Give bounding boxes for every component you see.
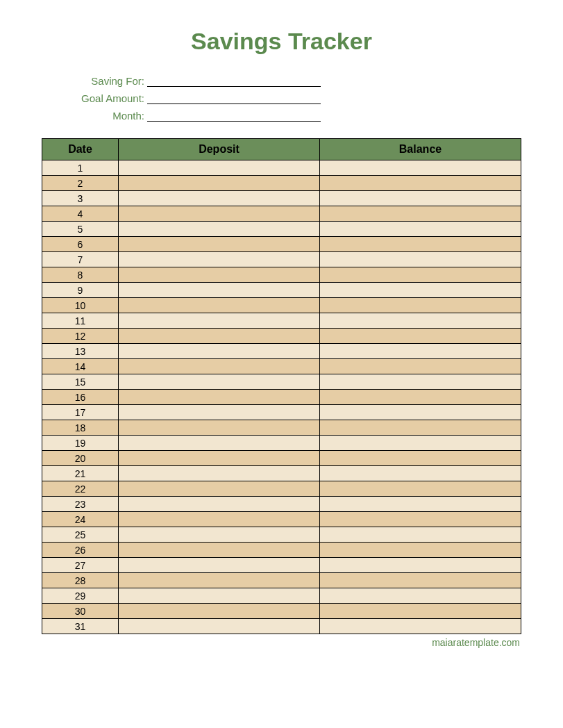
cell-balance[interactable]: [320, 405, 521, 420]
cell-deposit[interactable]: [119, 329, 320, 344]
cell-date[interactable]: 3: [42, 191, 119, 206]
cell-balance[interactable]: [320, 481, 521, 497]
cell-balance[interactable]: [320, 374, 521, 390]
cell-date[interactable]: 29: [42, 588, 119, 604]
table-row: 9: [42, 283, 521, 298]
cell-date[interactable]: 18: [42, 420, 119, 436]
table-row: 30: [42, 604, 521, 619]
cell-balance[interactable]: [320, 527, 521, 543]
cell-deposit[interactable]: [119, 359, 320, 374]
cell-balance[interactable]: [320, 329, 521, 344]
cell-deposit[interactable]: [119, 160, 320, 176]
cell-date[interactable]: 13: [42, 344, 119, 359]
cell-date[interactable]: 5: [42, 222, 119, 237]
cell-balance[interactable]: [320, 252, 521, 267]
cell-deposit[interactable]: [119, 283, 320, 298]
cell-date[interactable]: 14: [42, 359, 119, 374]
cell-balance[interactable]: [320, 390, 521, 405]
cell-date[interactable]: 30: [42, 604, 119, 619]
cell-deposit[interactable]: [119, 573, 320, 588]
cell-date[interactable]: 21: [42, 466, 119, 481]
cell-date[interactable]: 15: [42, 374, 119, 390]
cell-date[interactable]: 24: [42, 512, 119, 527]
form-row-goal-amount: Goal Amount:: [69, 88, 521, 104]
saving-for-input-line[interactable]: [147, 73, 321, 87]
cell-deposit[interactable]: [119, 191, 320, 206]
goal-amount-input-line[interactable]: [147, 90, 321, 104]
cell-balance[interactable]: [320, 359, 521, 374]
cell-date[interactable]: 22: [42, 481, 119, 497]
cell-date[interactable]: 25: [42, 527, 119, 543]
cell-deposit[interactable]: [119, 267, 320, 283]
cell-balance[interactable]: [320, 267, 521, 283]
cell-balance[interactable]: [320, 313, 521, 329]
cell-deposit[interactable]: [119, 466, 320, 481]
cell-balance[interactable]: [320, 298, 521, 313]
cell-deposit[interactable]: [119, 252, 320, 267]
cell-deposit[interactable]: [119, 543, 320, 558]
cell-balance[interactable]: [320, 619, 521, 634]
cell-date[interactable]: 6: [42, 237, 119, 252]
cell-balance[interactable]: [320, 420, 521, 436]
cell-date[interactable]: 8: [42, 267, 119, 283]
cell-date[interactable]: 1: [42, 160, 119, 176]
cell-deposit[interactable]: [119, 298, 320, 313]
cell-deposit[interactable]: [119, 527, 320, 543]
cell-date[interactable]: 28: [42, 573, 119, 588]
cell-balance[interactable]: [320, 176, 521, 191]
cell-date[interactable]: 20: [42, 451, 119, 466]
cell-balance[interactable]: [320, 573, 521, 588]
cell-date[interactable]: 19: [42, 436, 119, 451]
cell-deposit[interactable]: [119, 206, 320, 222]
cell-date[interactable]: 17: [42, 405, 119, 420]
cell-date[interactable]: 10: [42, 298, 119, 313]
cell-date[interactable]: 12: [42, 329, 119, 344]
cell-date[interactable]: 2: [42, 176, 119, 191]
cell-balance[interactable]: [320, 512, 521, 527]
cell-date[interactable]: 27: [42, 558, 119, 573]
cell-date[interactable]: 7: [42, 252, 119, 267]
cell-balance[interactable]: [320, 237, 521, 252]
cell-deposit[interactable]: [119, 313, 320, 329]
cell-deposit[interactable]: [119, 512, 320, 527]
cell-balance[interactable]: [320, 543, 521, 558]
cell-deposit[interactable]: [119, 619, 320, 634]
cell-deposit[interactable]: [119, 405, 320, 420]
cell-date[interactable]: 16: [42, 390, 119, 405]
cell-balance[interactable]: [320, 497, 521, 512]
cell-balance[interactable]: [320, 451, 521, 466]
cell-deposit[interactable]: [119, 374, 320, 390]
cell-balance[interactable]: [320, 604, 521, 619]
cell-balance[interactable]: [320, 283, 521, 298]
cell-deposit[interactable]: [119, 436, 320, 451]
cell-deposit[interactable]: [119, 344, 320, 359]
cell-deposit[interactable]: [119, 451, 320, 466]
cell-deposit[interactable]: [119, 558, 320, 573]
cell-date[interactable]: 4: [42, 206, 119, 222]
cell-balance[interactable]: [320, 191, 521, 206]
cell-deposit[interactable]: [119, 497, 320, 512]
cell-deposit[interactable]: [119, 420, 320, 436]
cell-deposit[interactable]: [119, 222, 320, 237]
cell-balance[interactable]: [320, 206, 521, 222]
cell-date[interactable]: 23: [42, 497, 119, 512]
cell-balance[interactable]: [320, 558, 521, 573]
cell-balance[interactable]: [320, 222, 521, 237]
cell-balance[interactable]: [320, 344, 521, 359]
cell-deposit[interactable]: [119, 237, 320, 252]
cell-deposit[interactable]: [119, 481, 320, 497]
cell-deposit[interactable]: [119, 604, 320, 619]
cell-balance[interactable]: [320, 160, 521, 176]
cell-date[interactable]: 11: [42, 313, 119, 329]
month-input-line[interactable]: [147, 108, 321, 122]
cell-deposit[interactable]: [119, 390, 320, 405]
cell-date[interactable]: 9: [42, 283, 119, 298]
cell-balance[interactable]: [320, 588, 521, 604]
cell-date[interactable]: 26: [42, 543, 119, 558]
cell-deposit[interactable]: [119, 176, 320, 191]
cell-balance[interactable]: [320, 466, 521, 481]
table-row: 8: [42, 267, 521, 283]
cell-balance[interactable]: [320, 436, 521, 451]
cell-date[interactable]: 31: [42, 619, 119, 634]
cell-deposit[interactable]: [119, 588, 320, 604]
